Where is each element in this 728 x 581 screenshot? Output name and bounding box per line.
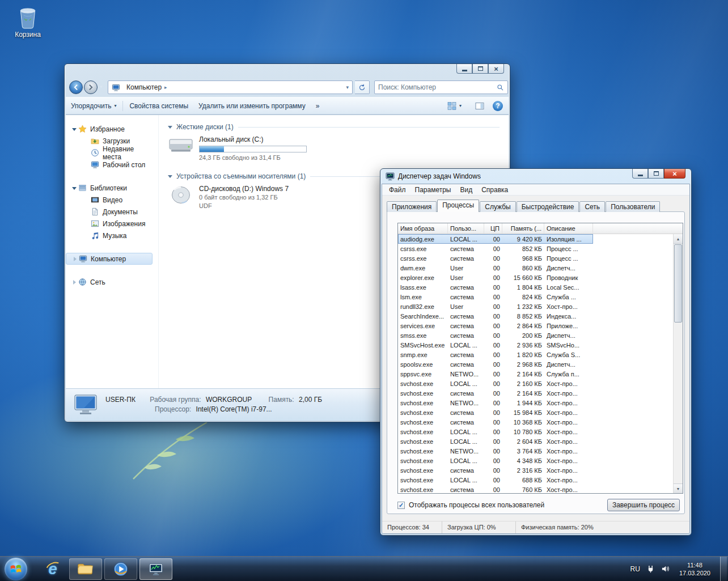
- process-row[interactable]: svchost.exeLOCAL ...004 348 КБХост-про..…: [398, 456, 593, 465]
- process-row[interactable]: sppsvc.exeNETWO...002 164 КБСлужба п...: [398, 369, 593, 379]
- process-row[interactable]: svchost.exeсистема0010 368 КБХост-про...: [398, 417, 593, 427]
- process-row[interactable]: lsass.exeсистема001 804 КБLocal Sec...: [398, 282, 593, 292]
- forward-button[interactable]: [84, 80, 98, 94]
- address-history-dropdown[interactable]: ▾: [346, 84, 349, 90]
- column-header-description[interactable]: Описание: [544, 223, 593, 234]
- process-row[interactable]: svchost.exeсистема002 316 КБХост-про...: [398, 465, 593, 475]
- tab-applications[interactable]: Приложения: [387, 201, 437, 212]
- desktop[interactable]: Корзина × ▾ Компьютер ▸ ▾: [0, 0, 728, 581]
- tab-users[interactable]: Пользователи: [606, 201, 660, 212]
- sidebar-item-music[interactable]: Музыка: [66, 230, 153, 241]
- sidebar-item-libraries[interactable]: Библиотеки: [66, 182, 153, 194]
- power-icon[interactable]: [646, 565, 655, 573]
- process-row[interactable]: snmp.exeсистема001 820 КБСлужба S...: [398, 350, 593, 359]
- sidebar-item-videos[interactable]: Видео: [66, 194, 153, 206]
- process-row[interactable]: spoolsv.exeсистема002 968 КБДиспетч...: [398, 359, 593, 369]
- scrollbar-thumb[interactable]: [674, 244, 682, 323]
- start-button[interactable]: [5, 558, 27, 580]
- column-header-cpu[interactable]: ЦП: [484, 223, 502, 234]
- scroll-up-button[interactable]: ▲: [674, 234, 683, 244]
- column-header-user-name[interactable]: Пользо...: [448, 223, 484, 234]
- media-player-taskbar-button[interactable]: [104, 558, 137, 580]
- search-input[interactable]: [378, 83, 494, 91]
- process-row[interactable]: SearchIndexe...система008 852 КБИндекса.…: [398, 311, 593, 321]
- process-row[interactable]: svchost.exeNETWO...001 944 КБХост-про...: [398, 398, 593, 408]
- tab-services[interactable]: Службы: [480, 201, 515, 212]
- volume-icon[interactable]: [661, 565, 670, 573]
- sidebar-item-documents[interactable]: Документы: [66, 206, 153, 218]
- recent-pages-dropdown[interactable]: ▾: [100, 84, 103, 90]
- process-row[interactable]: lsm.exeсистема00824 КБСлужба ...: [398, 292, 593, 302]
- expander-icon[interactable]: [70, 184, 78, 192]
- sidebar-item-recent-places[interactable]: Недавние места: [66, 147, 153, 159]
- process-row[interactable]: explorer.exeUser0015 660 КБПроводник: [398, 273, 593, 282]
- tab-performance[interactable]: Быстродействие: [517, 201, 579, 212]
- process-row[interactable]: svchost.exeсистема0015 984 КБХост-про...: [398, 408, 593, 417]
- end-process-button[interactable]: Завершить процесс: [607, 499, 680, 511]
- process-row[interactable]: csrss.exeсистема00852 КБПроцесс ...: [398, 244, 593, 253]
- sidebar-item-favorites[interactable]: Избранное: [66, 123, 153, 135]
- language-indicator[interactable]: RU: [630, 565, 640, 573]
- organize-button[interactable]: Упорядочить ▾: [66, 100, 121, 112]
- process-row[interactable]: svchost.exeLOCAL ...00688 КБХост-про...: [398, 475, 593, 485]
- close-button[interactable]: ×: [664, 169, 685, 179]
- process-row[interactable]: services.exeсистема002 864 КБПриложе...: [398, 321, 593, 330]
- process-row[interactable]: rundll32.exeUser001 232 КБХост-про...: [398, 302, 593, 311]
- back-button[interactable]: [69, 80, 83, 94]
- menu-view[interactable]: Вид: [455, 185, 477, 195]
- group-header-hard-disks[interactable]: Жесткие диски (1): [168, 123, 500, 131]
- scroll-down-button[interactable]: ▼: [674, 484, 683, 493]
- recycle-bin[interactable]: Корзина: [6, 5, 50, 39]
- tab-processes[interactable]: Процессы: [437, 200, 479, 212]
- sidebar-item-pictures[interactable]: Изображения: [66, 218, 153, 230]
- sidebar-item-desktop[interactable]: Рабочий стол: [66, 159, 153, 171]
- vertical-scrollbar[interactable]: ▲ ▼: [673, 234, 683, 493]
- drive-item-d[interactable]: CD-дисковод (D:) Windows 7 0 байт свобод…: [168, 185, 355, 210]
- process-row[interactable]: dwm.exeUser00860 КБДиспетч...: [398, 263, 593, 273]
- clock[interactable]: 11:48 17.03.2020: [676, 561, 714, 577]
- system-properties-button[interactable]: Свойства системы: [124, 100, 193, 112]
- process-row[interactable]: svchost.exeNETWO...003 764 КБХост-про...: [398, 446, 593, 456]
- drive-item-c[interactable]: Локальный диск (C:) 24,3 ГБ свободно из …: [168, 135, 355, 162]
- process-row[interactable]: audiodg.exeLOCAL ...009 420 КБИзоляция .…: [398, 234, 593, 244]
- tab-networking[interactable]: Сеть: [579, 201, 605, 212]
- menu-options[interactable]: Параметры: [410, 185, 456, 195]
- process-row[interactable]: svchost.exeLOCAL ...002 604 КБХост-про..…: [398, 436, 593, 446]
- explorer-taskbar-button[interactable]: [69, 558, 102, 580]
- close-button[interactable]: ×: [488, 64, 504, 74]
- process-row[interactable]: svchost.exeLOCAL ...0010 780 КБХост-про.…: [398, 427, 593, 436]
- help-button[interactable]: ?: [493, 101, 503, 111]
- minimize-button[interactable]: [632, 169, 648, 179]
- process-row[interactable]: SMSvcHost.exeLOCAL ...002 936 КБSMSvcHo.…: [398, 340, 593, 350]
- taskmgr-taskbar-button[interactable]: [139, 558, 172, 580]
- show-desktop-button[interactable]: [720, 557, 727, 581]
- uninstall-program-button[interactable]: Удалить или изменить программу: [193, 100, 311, 112]
- breadcrumb[interactable]: Компьютер: [126, 83, 162, 91]
- minimize-button[interactable]: [456, 64, 472, 74]
- process-row[interactable]: csrss.exeсистема00968 КБПроцесс ...: [398, 253, 593, 263]
- maximize-button[interactable]: [472, 64, 488, 74]
- column-header-image-name[interactable]: Имя образа: [398, 223, 448, 234]
- expander-icon[interactable]: [70, 278, 78, 286]
- ie-taskbar-button[interactable]: e: [40, 558, 66, 580]
- breadcrumb-chevron-icon[interactable]: ▸: [164, 84, 167, 90]
- views-button[interactable]: ▾: [442, 100, 467, 112]
- refresh-button[interactable]: [355, 80, 370, 94]
- address-bar[interactable]: Компьютер ▸ ▾: [108, 80, 353, 94]
- toolbar-overflow-button[interactable]: »: [311, 100, 325, 112]
- menu-help[interactable]: Справка: [477, 185, 513, 195]
- menu-file[interactable]: Файл: [384, 185, 410, 195]
- sidebar-item-network[interactable]: Сеть: [66, 276, 153, 288]
- column-header-memory[interactable]: Память (...: [502, 223, 544, 234]
- expander-icon[interactable]: [70, 125, 78, 133]
- process-row[interactable]: svchost.exeLOCAL ...002 160 КБХост-про..…: [398, 379, 593, 388]
- show-all-processes-checkbox[interactable]: ✓: [397, 502, 405, 509]
- maximize-button[interactable]: [648, 169, 664, 179]
- process-row[interactable]: svchost.exeсистема00760 КБХост-про...: [398, 485, 593, 493]
- sidebar-item-computer[interactable]: Компьютер: [66, 253, 153, 265]
- expander-icon[interactable]: [71, 255, 79, 263]
- process-row[interactable]: svchost.exeсистема002 164 КБХост-про...: [398, 388, 593, 398]
- preview-pane-button[interactable]: [470, 100, 489, 112]
- process-row[interactable]: smss.exeсистема00200 КБДиспетч...: [398, 330, 593, 340]
- search-box[interactable]: [374, 80, 508, 94]
